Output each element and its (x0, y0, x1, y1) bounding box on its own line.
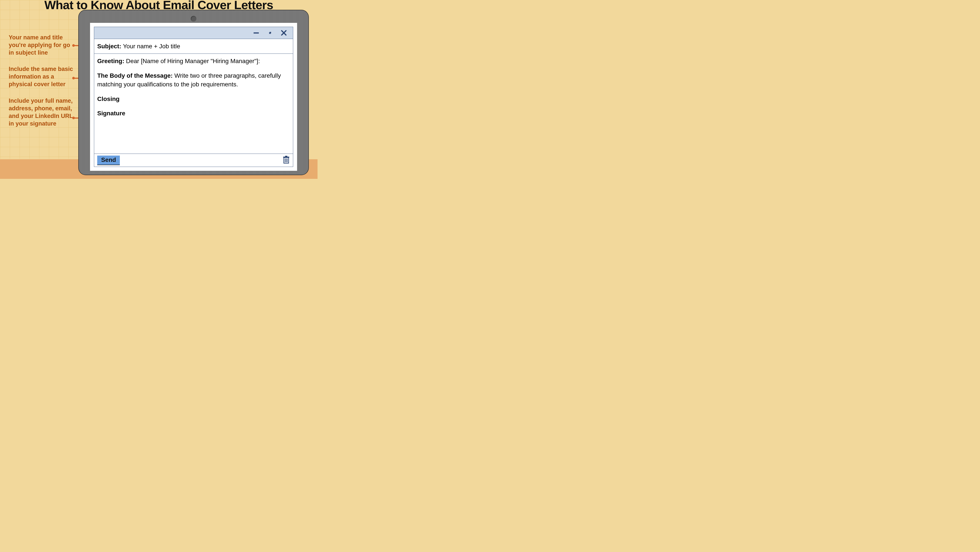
closing-label: Closing (97, 96, 119, 102)
subject-label: Subject: (97, 43, 121, 50)
trash-icon[interactable] (283, 156, 290, 165)
closing-line: Closing (97, 95, 290, 104)
signature-line: Signature (97, 109, 290, 118)
annotation-subject-tip: Your name and title you're applying for … (9, 34, 74, 57)
svg-rect-3 (285, 156, 287, 157)
actions-row: Send (94, 154, 293, 167)
annotation-signature-tip: Include your full name, address, phone, … (9, 97, 74, 128)
signature-label: Signature (97, 110, 125, 116)
subject-value: Your name + Job title (123, 43, 180, 50)
pointer-dot (72, 44, 75, 47)
send-button[interactable]: Send (97, 156, 120, 165)
greeting-label: Greeting: (97, 57, 124, 64)
svg-rect-2 (283, 157, 289, 158)
greeting-value: Dear [Name of Hiring Manager "Hiring Man… (126, 57, 260, 64)
greeting-line: Greeting: Dear [Name of Hiring Manager "… (97, 57, 290, 66)
subject-row[interactable]: Subject: Your name + Job title (94, 39, 293, 54)
maximize-icon[interactable] (266, 29, 274, 37)
device-screen: Subject: Your name + Job title Greeting:… (90, 23, 297, 171)
email-body[interactable]: Greeting: Dear [Name of Hiring Manager "… (94, 54, 293, 154)
body-label: The Body of the Message: (97, 72, 173, 79)
pointer-dot (72, 77, 75, 80)
body-paragraph: The Body of the Message: Write two or th… (97, 71, 290, 89)
camera-dot (191, 16, 196, 22)
pointer-dot (72, 116, 75, 119)
tablet-device: Subject: Your name + Job title Greeting:… (78, 10, 309, 175)
annotation-body-tip: Include the same basic information as a … (9, 65, 74, 88)
svg-rect-0 (254, 32, 259, 34)
close-icon[interactable] (281, 30, 287, 36)
email-window: Subject: Your name + Job title Greeting:… (94, 27, 293, 167)
minimize-icon[interactable] (253, 30, 259, 36)
annotation-list: Your name and title you're applying for … (9, 34, 74, 136)
window-header (94, 27, 293, 39)
